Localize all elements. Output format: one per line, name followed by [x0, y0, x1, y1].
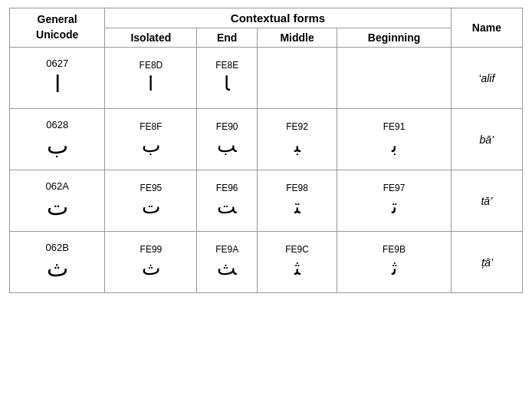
end-cell: FE90ﺐ	[197, 109, 257, 170]
name-cell: ṭā’	[451, 232, 522, 293]
middle-code: FE92	[262, 121, 333, 132]
beginning-char: ﺛ	[342, 256, 445, 280]
unicode-code: 0627	[15, 58, 100, 69]
unicode-char: ب	[15, 130, 100, 160]
unicode-char: ت	[15, 192, 100, 222]
end-cell: FE96ﺖ	[197, 170, 257, 232]
isolated-cell: FE8Fﺏ	[105, 109, 197, 170]
end-code: FE90	[202, 121, 251, 132]
arabic-unicode-table: GeneralUnicode Contextual forms Name Iso…	[9, 8, 523, 293]
middle-char: ﺘ	[262, 195, 333, 219]
name-cell: tā’	[451, 170, 522, 232]
end-code: FE96	[202, 183, 251, 193]
end-char: ﺐ	[202, 134, 251, 157]
name-cell: bā’	[451, 109, 522, 170]
middle-cell: FE98ﺘ	[257, 170, 337, 232]
end-char: ﺎ	[202, 72, 251, 96]
general-unicode-cell: 062Aت	[10, 170, 105, 232]
beginning-cell: FE91ﺑ	[337, 109, 451, 170]
end-code: FE8E	[202, 60, 251, 71]
end-cell: FE8Eﺎ	[197, 48, 257, 109]
isolated-char: ﺏ	[110, 134, 192, 157]
beginning-code: FE9B	[342, 244, 445, 255]
middle-char: ﺜ	[262, 256, 333, 280]
beginning-cell: FE9Bﺛ	[337, 232, 451, 293]
general-unicode-cell: 062Bث	[10, 232, 105, 293]
contextual-forms-header: Contextual forms	[105, 8, 451, 28]
middle-code: FE98	[262, 183, 333, 193]
beginning-cell	[337, 48, 451, 109]
isolated-code: FE8D	[110, 60, 192, 71]
middle-char: ﺒ	[262, 134, 333, 157]
unicode-code: 062B	[15, 242, 100, 253]
beginning-code: FE91	[342, 121, 445, 132]
isolated-cell: FE95ﺕ	[105, 170, 197, 232]
middle-code: FE9C	[262, 244, 333, 255]
table-row: 062BثFE99ﺙFE9AﺚFE9CﺜFE9Bﺛṭā’	[10, 232, 523, 293]
name-cell: ‘alif	[451, 48, 522, 109]
unicode-char: ا	[15, 69, 100, 99]
end-cell: FE9Aﺚ	[197, 232, 257, 293]
end-char: ﺖ	[202, 195, 251, 219]
unicode-code: 0628	[15, 119, 100, 130]
beginning-char: ﺑ	[342, 134, 445, 157]
middle-cell	[257, 48, 337, 109]
beginning-code: FE97	[342, 183, 445, 193]
end-header: End	[197, 28, 257, 48]
general-unicode-header: GeneralUnicode	[10, 8, 105, 48]
isolated-char: ﺍ	[110, 72, 192, 96]
isolated-cell: FE99ﺙ	[105, 232, 197, 293]
end-code: FE9A	[202, 244, 251, 255]
unicode-code: 062A	[15, 180, 100, 192]
unicode-char: ث	[15, 253, 100, 283]
beginning-char: ﺗ	[342, 195, 445, 219]
isolated-code: FE99	[110, 244, 192, 255]
isolated-header: Isolated	[105, 28, 197, 48]
isolated-cell: FE8Dﺍ	[105, 48, 197, 109]
table-row: 0627اFE8DﺍFE8Eﺎ‘alif	[10, 48, 523, 109]
middle-cell: FE9Cﺜ	[257, 232, 337, 293]
general-unicode-cell: 0628ب	[10, 109, 105, 170]
beginning-header: Beginning	[337, 28, 451, 48]
table-row: 0628بFE8FﺏFE90ﺐFE92ﺒFE91ﺑbā’	[10, 109, 523, 170]
middle-header: Middle	[257, 28, 337, 48]
general-unicode-cell: 0627ا	[10, 48, 105, 109]
beginning-cell: FE97ﺗ	[337, 170, 451, 232]
middle-cell: FE92ﺒ	[257, 109, 337, 170]
isolated-char: ﺕ	[110, 195, 192, 219]
isolated-char: ﺙ	[110, 256, 192, 280]
isolated-code: FE8F	[110, 121, 192, 132]
isolated-code: FE95	[110, 183, 192, 193]
end-char: ﺚ	[202, 256, 251, 280]
name-header: Name	[451, 8, 522, 48]
table-row: 062AتFE95ﺕFE96ﺖFE98ﺘFE97ﺗtā’	[10, 170, 523, 232]
